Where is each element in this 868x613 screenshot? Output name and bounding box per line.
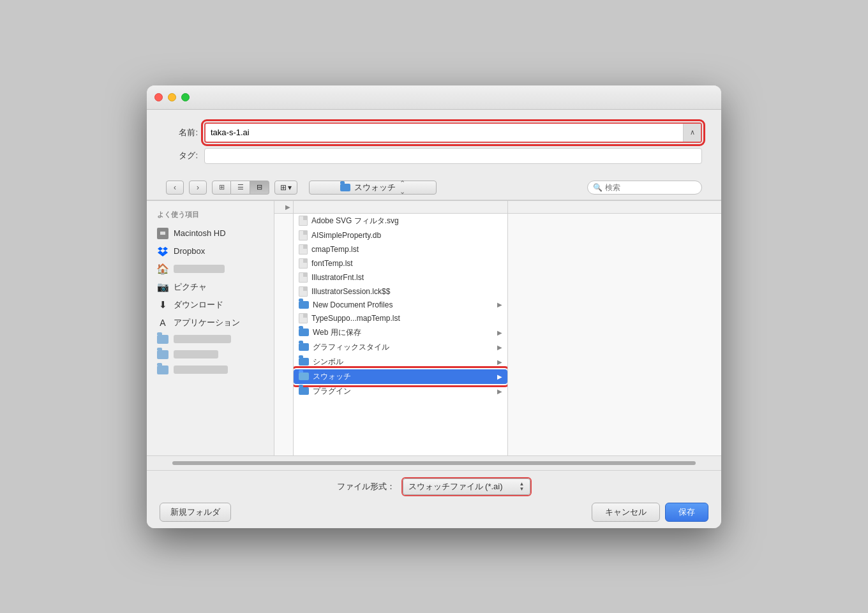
- list-item[interactable]: Adobe SVG フィルタ.svg: [294, 214, 507, 228]
- sidebar-label-folder1: [174, 335, 231, 343]
- panel-1-header: ▶: [274, 201, 293, 214]
- new-folder-button[interactable]: 新規フォルダ: [160, 503, 231, 522]
- folder-icon: [299, 329, 309, 336]
- list-item-plugins[interactable]: プラグイン ▶: [294, 384, 507, 399]
- file-label: fontTemp.lst: [311, 259, 353, 268]
- forward-button[interactable]: ›: [189, 181, 207, 195]
- file-label: シンボル: [313, 357, 343, 367]
- main-content: よく使う項目 Macintosh HD: [147, 200, 721, 455]
- folder-icon: [299, 373, 309, 380]
- applications-icon: A: [157, 317, 168, 329]
- view-btn-group: ⊞ ☰ ⊟: [212, 181, 269, 195]
- sidebar-item-dropbox[interactable]: Dropbox: [147, 242, 274, 260]
- list-item-swatches[interactable]: スウォッチ ▶: [294, 369, 507, 384]
- location-folder-icon: [340, 184, 350, 191]
- sidebar-item-home[interactable]: 🏠: [147, 260, 274, 278]
- list-item[interactable]: cmapTemp.lst: [294, 242, 507, 256]
- action-button[interactable]: ⊞ ▾: [274, 181, 297, 195]
- format-select-inner[interactable]: スウォッチファイル (*.ai) ▲ ▼: [403, 478, 530, 495]
- hd-icon: [157, 228, 168, 239]
- list-item[interactable]: AISimpleProperty.db: [294, 228, 507, 242]
- list-item[interactable]: TypeSuppo...mapTemp.lst: [294, 311, 507, 325]
- format-label: ファイル形式：: [337, 481, 395, 492]
- file-label: IllustratorFnt.lst: [311, 273, 364, 282]
- cancel-button[interactable]: キャンセル: [592, 503, 660, 522]
- svg-rect-2: [161, 236, 164, 237]
- chevron-right-icon: ▶: [497, 344, 502, 351]
- folder-icon: [299, 387, 309, 395]
- sidebar-item-downloads[interactable]: ⬇ ダウンロード: [147, 296, 274, 314]
- list-item-graphic-styles[interactable]: グラフィックスタイル ▶: [294, 340, 507, 355]
- file-label: New Document Profiles: [313, 300, 393, 309]
- search-input[interactable]: [605, 183, 696, 192]
- list-item-new-doc-profiles[interactable]: New Document Profiles ▶: [294, 299, 507, 311]
- chevron-right-icon: ▶: [497, 373, 502, 380]
- actions-row: 新規フォルダ キャンセル 保存: [160, 503, 708, 522]
- file-panel-2: Adobe SVG フィルタ.svg AISimpleProperty.db c…: [294, 201, 508, 455]
- file-label: プラグイン: [313, 386, 351, 397]
- action-icon: ⊞: [280, 183, 287, 192]
- location-label: スウォッチ: [354, 182, 396, 193]
- name-label: 名前:: [166, 127, 198, 138]
- title-bar: [147, 85, 721, 110]
- folder-icon: [299, 301, 309, 309]
- sidebar: よく使う項目 Macintosh HD: [147, 201, 274, 455]
- folder3-icon: [157, 366, 168, 374]
- file-label: グラフィックスタイル: [313, 342, 389, 353]
- sidebar-item-pictures[interactable]: 📷 ピクチャ: [147, 278, 274, 296]
- doc-icon: [299, 286, 308, 297]
- sidebar-item-applications[interactable]: A アプリケーション: [147, 314, 274, 332]
- chevron-right-icon: ▶: [497, 358, 502, 366]
- file-label: Web 用に保存: [313, 327, 361, 338]
- download-icon: ⬇: [157, 299, 168, 311]
- svg-marker-4: [163, 247, 168, 251]
- search-box: 🔍: [587, 181, 702, 195]
- sidebar-item-folder1[interactable]: [147, 332, 274, 347]
- dialog-window: 名前: ∧ タグ: ‹ › ⊞ ☰ ⊟ ⊞ ▾ スウォッチ ⌃⌄: [147, 85, 721, 528]
- doc-icon: [299, 313, 308, 323]
- search-icon: 🔍: [593, 183, 602, 192]
- doc-icon: [299, 244, 308, 255]
- back-button[interactable]: ‹: [166, 181, 184, 195]
- doc-icon: [299, 272, 308, 283]
- list-item-web-save[interactable]: Web 用に保存 ▶: [294, 325, 507, 340]
- sidebar-label-applications: アプリケーション: [174, 317, 240, 329]
- file-label: IllustratorSession.lck$$: [311, 287, 390, 296]
- location-dropdown[interactable]: スウォッチ ⌃⌄: [309, 181, 437, 195]
- list-item[interactable]: IllustratorFnt.lst: [294, 270, 507, 284]
- view-list-button[interactable]: ☰: [231, 181, 250, 195]
- panel-2-header: [294, 201, 507, 214]
- sidebar-item-folder3[interactable]: [147, 362, 274, 378]
- minimize-button[interactable]: [168, 93, 176, 101]
- view-column-button[interactable]: ⊟: [250, 181, 269, 195]
- tag-label: タグ:: [166, 150, 198, 161]
- home-icon: 🏠: [157, 263, 168, 275]
- filename-chevron-button[interactable]: ∧: [683, 124, 701, 142]
- sidebar-section-label: よく使う項目: [147, 207, 274, 222]
- close-button[interactable]: [154, 93, 163, 101]
- sidebar-item-folder2[interactable]: [147, 347, 274, 362]
- file-label: AISimpleProperty.db: [311, 231, 381, 240]
- tag-row: タグ:: [166, 148, 702, 164]
- view-icon-button[interactable]: ⊞: [212, 181, 231, 195]
- filename-input[interactable]: [206, 125, 683, 140]
- list-item-symbols[interactable]: シンボル ▶: [294, 355, 507, 369]
- tag-input[interactable]: [204, 148, 702, 164]
- sidebar-label-folder3: [174, 366, 228, 374]
- sidebar-label-macintosh-hd: Macintosh HD: [174, 228, 226, 238]
- sidebar-label-pictures: ピクチャ: [174, 281, 207, 293]
- panel-3-header: [508, 201, 722, 214]
- chevron-right-icon: ▶: [497, 301, 502, 308]
- chevron-right-icon: ▶: [497, 388, 502, 395]
- horizontal-scrollbar[interactable]: [172, 461, 696, 465]
- folder-icon: [299, 343, 309, 351]
- format-select-text: スウォッチファイル (*.ai): [408, 481, 514, 492]
- file-label: スウォッチ: [313, 371, 351, 382]
- list-item[interactable]: fontTemp.lst: [294, 256, 507, 270]
- traffic-lights: [154, 93, 190, 101]
- maximize-button[interactable]: [181, 93, 190, 101]
- list-item[interactable]: IllustratorSession.lck$$: [294, 284, 507, 299]
- save-button[interactable]: 保存: [665, 503, 708, 522]
- sidebar-item-macintosh-hd[interactable]: Macintosh HD: [147, 225, 274, 242]
- format-select-wrapper: スウォッチファイル (*.ai) ▲ ▼: [401, 477, 532, 496]
